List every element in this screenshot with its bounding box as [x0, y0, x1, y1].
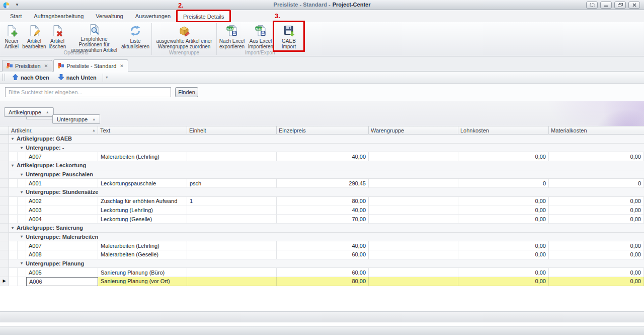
- close-tab-icon[interactable]: ✕: [120, 63, 124, 69]
- cell-einheit[interactable]: [187, 250, 277, 259]
- table-row[interactable]: A007Malerarbeiten (Lehrling)40,000,000,0…: [0, 241, 644, 250]
- cell-text[interactable]: Sanierung Planung (vor Ort): [98, 277, 187, 286]
- groupby-untergruppe-button[interactable]: Untergruppe ▲: [52, 114, 100, 124]
- artikel-bearbeiten-button[interactable]: Artikel bearbeiten: [22, 23, 46, 50]
- cell-artikelnr[interactable]: A005: [26, 268, 98, 277]
- cell-artikelnr[interactable]: A004: [26, 215, 98, 224]
- table-row[interactable]: ▶A006Sanierung Planung (vor Ort)80,000,0…: [0, 277, 644, 286]
- column-header-text[interactable]: Text: [98, 126, 187, 135]
- cell-einheit[interactable]: [187, 152, 277, 161]
- cell-warengruppe[interactable]: [369, 241, 458, 250]
- cell-lohnkosten[interactable]: 0,00: [458, 250, 549, 259]
- artikel-loeschen-button[interactable]: Artikel löschen: [46, 23, 68, 50]
- cell-einheit[interactable]: 1: [187, 197, 277, 206]
- column-header-lohnkosten[interactable]: Lohnkosten: [458, 126, 549, 135]
- ribbon-tab-verwaltung[interactable]: Verwaltung: [90, 10, 129, 22]
- cell-materialkosten[interactable]: 0,00: [549, 197, 644, 206]
- table-row[interactable]: A007Malerarbeiten (Lehrling)40,000,000,0…: [0, 152, 644, 161]
- column-header-einheit[interactable]: Einheit: [187, 126, 277, 135]
- table-row[interactable]: A004Leckortung (Geselle)70,000,000,00: [0, 215, 644, 224]
- group-row[interactable]: ▾Untergruppe: Stundensätze: [0, 188, 644, 197]
- table-row[interactable]: A008Malerarbeiten (Geselle)60,000,000,00: [0, 250, 644, 259]
- cell-materialkosten[interactable]: 0,00: [549, 215, 644, 224]
- cell-lohnkosten[interactable]: 0: [458, 179, 549, 188]
- group-collapse-icon[interactable]: ▾: [12, 137, 14, 141]
- group-collapse-icon[interactable]: ▾: [21, 261, 23, 265]
- cell-warengruppe[interactable]: [369, 277, 458, 286]
- fullscreen-button[interactable]: [586, 2, 598, 9]
- cell-lohnkosten[interactable]: 0,00: [458, 215, 549, 224]
- group-collapse-icon[interactable]: ▾: [12, 226, 14, 230]
- cell-text[interactable]: Zuschlag für erhöhten Aufwand: [98, 197, 187, 206]
- toolbar-grip[interactable]: [3, 74, 5, 81]
- cell-materialkosten[interactable]: 0,00: [549, 152, 644, 161]
- cell-lohnkosten[interactable]: 0,00: [458, 197, 549, 206]
- cell-warengruppe[interactable]: [369, 250, 458, 259]
- table-row[interactable]: A003Leckortung (Lehrling)40,000,000,00: [0, 206, 644, 215]
- cell-einzelpreis[interactable]: 80,00: [277, 277, 369, 286]
- cell-einzelpreis[interactable]: 40,00: [277, 241, 369, 250]
- cell-lohnkosten[interactable]: 0,00: [458, 241, 549, 250]
- cell-lohnkosten[interactable]: 0,00: [458, 268, 549, 277]
- aus-excel-importieren-button[interactable]: XLSX Aus Excel importieren: [247, 23, 275, 50]
- groupby-artikelgruppe-button[interactable]: Artikelgruppe ▲: [4, 107, 54, 117]
- cell-materialkosten[interactable]: 0: [549, 179, 644, 188]
- table-row[interactable]: A005Sanierung Planung (Büro)60,000,000,0…: [0, 268, 644, 277]
- cell-text[interactable]: Malerarbeiten (Lehrling): [98, 241, 187, 250]
- column-header-artikelnr[interactable]: Artikelnr. ▲: [9, 126, 98, 135]
- cell-einzelpreis[interactable]: 70,00: [277, 215, 369, 224]
- column-header-einzelpreis[interactable]: Einzelpreis: [277, 126, 369, 135]
- cell-einheit[interactable]: psch: [187, 179, 277, 188]
- group-row[interactable]: ▾Untergruppe: -: [0, 144, 644, 153]
- group-row[interactable]: ▾Artikelgruppe: GAEB: [0, 135, 644, 144]
- ribbon-tab-auftragsbearbeitung[interactable]: Auftragsbearbeitung: [28, 10, 90, 22]
- cell-warengruppe[interactable]: [369, 152, 458, 161]
- cell-materialkosten[interactable]: 0,00: [549, 277, 644, 286]
- gaeb-import-button[interactable]: 3. GAEB Import: [275, 23, 303, 50]
- group-row[interactable]: ▾Untergruppe: Pauschalen: [0, 170, 644, 179]
- group-row[interactable]: ▾Artikelgruppe: Sanierung: [0, 224, 644, 233]
- group-row[interactable]: ▾Artikelgruppe: Leckortung: [0, 161, 644, 170]
- warengruppe-zuordnen-button[interactable]: ausgewählte Artikel einer Warengruppe zu…: [152, 23, 216, 50]
- cell-artikelnr[interactable]: A008: [26, 250, 98, 259]
- finden-button[interactable]: Finden: [175, 87, 198, 97]
- cell-text[interactable]: Sanierung Planung (Büro): [98, 268, 187, 277]
- cell-text[interactable]: Leckortung (Lehrling): [98, 206, 187, 215]
- cell-lohnkosten[interactable]: 0,00: [458, 277, 549, 286]
- column-header-warengruppe[interactable]: Warengruppe: [369, 126, 458, 135]
- cell-warengruppe[interactable]: [369, 179, 458, 188]
- minimize-button[interactable]: [600, 2, 612, 9]
- ribbon-tab-preisliste-details[interactable]: Preisliste Details 2.: [177, 10, 230, 22]
- doc-tab-preisliste-standard[interactable]: Preisliste - Standard ✕: [53, 59, 128, 72]
- cell-einzelpreis[interactable]: 290,45: [277, 179, 369, 188]
- column-header-materialkosten[interactable]: Materialkosten: [549, 126, 644, 135]
- table-row[interactable]: A001Leckortungspauschalepsch290,4500: [0, 179, 644, 188]
- cell-einzelpreis[interactable]: 60,00: [277, 250, 369, 259]
- cell-text[interactable]: Leckortung (Geselle): [98, 215, 187, 224]
- cell-text[interactable]: Malerarbeiten (Geselle): [98, 250, 187, 259]
- cell-artikelnr[interactable]: A002: [26, 197, 98, 206]
- table-row[interactable]: A002Zuschlag für erhöhten Aufwand180,000…: [0, 197, 644, 206]
- cell-artikelnr[interactable]: A006: [26, 277, 98, 286]
- cell-einzelpreis[interactable]: 60,00: [277, 268, 369, 277]
- cell-einzelpreis[interactable]: 80,00: [277, 197, 369, 206]
- cell-warengruppe[interactable]: [369, 215, 458, 224]
- cell-materialkosten[interactable]: 0,00: [549, 206, 644, 215]
- search-input[interactable]: [5, 87, 171, 97]
- cell-einheit[interactable]: [187, 241, 277, 250]
- group-row[interactable]: ▾Untergruppe: Malerarbeiten: [0, 233, 644, 242]
- cell-einheit[interactable]: [187, 277, 277, 286]
- ribbon-tab-start[interactable]: Start: [4, 10, 28, 22]
- cell-materialkosten[interactable]: 0,00: [549, 241, 644, 250]
- empfohlene-positionen-button[interactable]: Empfohlene Positionen für ausgewählten A…: [68, 23, 120, 50]
- doc-tab-preislisten[interactable]: Preislisten ✕: [2, 60, 52, 72]
- group-collapse-icon[interactable]: ▾: [21, 190, 23, 194]
- restore-button[interactable]: [614, 2, 626, 9]
- cell-einheit[interactable]: [187, 215, 277, 224]
- cell-materialkosten[interactable]: 0,00: [549, 268, 644, 277]
- group-collapse-icon[interactable]: ▾: [21, 234, 23, 239]
- cell-einheit[interactable]: [187, 268, 277, 277]
- cell-text[interactable]: Malerarbeiten (Lehrling): [98, 152, 187, 161]
- cell-artikelnr[interactable]: A007: [26, 241, 98, 250]
- close-tab-icon[interactable]: ✕: [44, 63, 48, 69]
